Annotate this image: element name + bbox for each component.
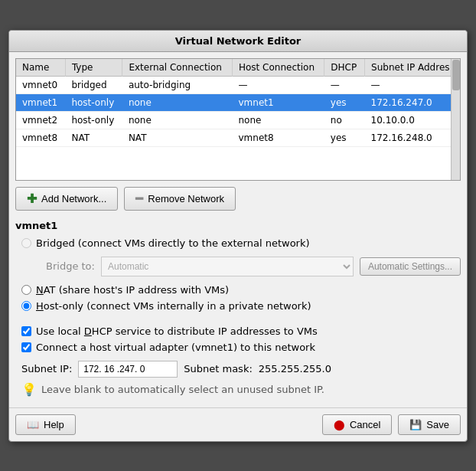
cell-dhcp: yes	[324, 93, 365, 111]
subnet-ip-input[interactable]	[78, 361, 178, 378]
selected-network-label: vmnet1	[15, 220, 461, 231]
cell-dhcp: no	[324, 111, 365, 129]
cell-subnet: 10.10.0.0	[365, 111, 460, 129]
subnet-ip-label: Subnet IP:	[21, 363, 72, 375]
col-header-dhcp: DHCP	[324, 59, 365, 77]
host-only-option[interactable]: Host-only (connect VMs internally in a p…	[21, 300, 461, 312]
col-header-type: Type	[65, 59, 122, 77]
cell-type: NAT	[65, 129, 122, 146]
hint-row: 💡 Leave blank to automatically select an…	[21, 382, 461, 397]
col-header-name: Name	[16, 59, 65, 77]
nat-label: NAT (share host's IP address with VMs)	[36, 284, 229, 296]
save-icon: 💾	[409, 419, 422, 430]
bottom-bar: 📖 Help ⬤ Cancel 💾 Save	[9, 407, 467, 441]
cell-subnet: 172.16.247.0	[365, 93, 460, 111]
cancel-icon: ⬤	[334, 419, 345, 430]
help-button[interactable]: 📖 Help	[15, 414, 76, 435]
bridge-to-select[interactable]: Automatic	[101, 257, 354, 276]
cell-subnet: —	[365, 76, 460, 93]
network-table-container: Name Type External Connection Host Conne…	[15, 58, 461, 181]
col-header-subnet: Subnet IP Addres	[365, 59, 460, 77]
dhcp-label: Use local DHCP service to distribute IP …	[36, 325, 318, 337]
add-network-label: Add Network...	[41, 193, 106, 204]
minus-icon: ━	[135, 191, 143, 206]
action-buttons: ⬤ Cancel 💾 Save	[322, 414, 461, 435]
save-button[interactable]: 💾 Save	[398, 414, 461, 435]
save-label: Save	[426, 419, 449, 430]
cell-external: none	[122, 93, 233, 111]
table-row[interactable]: vmnet8 NAT NAT vmnet8 yes 172.16.248.0	[16, 129, 460, 146]
subnet-mask-value: 255.255.255.0	[259, 363, 331, 375]
cell-host: vmnet1	[232, 93, 324, 111]
cancel-button[interactable]: ⬤ Cancel	[322, 414, 392, 435]
network-options-checkboxes: Use local DHCP service to distribute IP …	[21, 325, 461, 353]
network-type-radio-group: Bridged (connect VMs directly to the ext…	[21, 237, 461, 312]
cell-dhcp: yes	[324, 129, 365, 146]
table-row[interactable]: vmnet0 bridged auto-bridging — — —	[16, 76, 460, 93]
dhcp-checkbox[interactable]	[21, 326, 31, 336]
table-scrollbar[interactable]	[451, 59, 460, 180]
cell-host: —	[232, 76, 324, 93]
cell-name: vmnet8	[16, 129, 65, 146]
network-table: Name Type External Connection Host Conne…	[16, 59, 460, 147]
hint-text: Leave blank to automatically select an u…	[41, 384, 324, 395]
network-action-buttons: ✚ Add Network... ━ Remove Network	[15, 181, 461, 217]
cell-type: bridged	[65, 76, 122, 93]
bulb-icon: 💡	[21, 382, 37, 397]
nat-radio[interactable]	[21, 285, 31, 295]
col-header-external: External Connection	[122, 59, 233, 77]
cell-external: none	[122, 111, 233, 129]
bridged-label: Bridged (connect VMs directly to the ext…	[36, 237, 310, 249]
nat-option[interactable]: NAT (share host's IP address with VMs)	[21, 284, 461, 296]
adapter-checkbox[interactable]	[21, 342, 31, 352]
adapter-label: Connect a host virtual adapter (vmnet1) …	[36, 342, 315, 353]
help-section: 📖 Help	[15, 414, 76, 435]
bridged-option[interactable]: Bridged (connect VMs directly to the ext…	[21, 237, 461, 249]
title-bar: Virtual Network Editor	[9, 31, 467, 52]
remove-network-label: Remove Network	[148, 193, 224, 204]
subnet-row: Subnet IP: Subnet mask: 255.255.255.0	[21, 361, 461, 378]
help-icon: 📖	[27, 419, 39, 430]
host-only-label: Host-only (connect VMs internally in a p…	[36, 300, 311, 312]
cell-name: vmnet0	[16, 76, 65, 93]
scrollbar-thumb	[452, 60, 460, 90]
host-only-radio[interactable]	[21, 301, 31, 311]
adapter-checkbox-item[interactable]: Connect a host virtual adapter (vmnet1) …	[21, 342, 461, 353]
cell-dhcp: —	[324, 76, 365, 93]
add-network-button[interactable]: ✚ Add Network...	[15, 187, 118, 211]
table-row[interactable]: vmnet2 host-only none none no 10.10.0.0	[16, 111, 460, 129]
bridged-radio[interactable]	[21, 238, 31, 248]
cell-external: NAT	[122, 129, 233, 146]
cell-type: host-only	[65, 111, 122, 129]
remove-network-button[interactable]: ━ Remove Network	[124, 187, 236, 211]
cell-name: vmnet2	[16, 111, 65, 129]
table-row[interactable]: vmnet1 host-only none vmnet1 yes 172.16.…	[16, 93, 460, 111]
subnet-mask-label: Subnet mask:	[184, 363, 253, 375]
automatic-settings-button[interactable]: Automatic Settings...	[360, 257, 461, 276]
col-header-host: Host Connection	[232, 59, 324, 77]
cell-type: host-only	[65, 93, 122, 111]
virtual-network-editor-dialog: Virtual Network Editor Name Type Externa…	[8, 30, 468, 442]
cell-external: auto-bridging	[122, 76, 233, 93]
dhcp-checkbox-item[interactable]: Use local DHCP service to distribute IP …	[21, 325, 461, 337]
bridge-to-row: Bridge to: Automatic Automatic Settings.…	[46, 257, 461, 276]
bridge-to-label: Bridge to:	[46, 260, 95, 272]
cancel-label: Cancel	[350, 419, 380, 430]
cell-host: none	[232, 111, 324, 129]
cell-host: vmnet8	[232, 129, 324, 146]
cell-name: vmnet1	[16, 93, 65, 111]
dialog-title: Virtual Network Editor	[175, 35, 302, 47]
cell-subnet: 172.16.248.0	[365, 129, 460, 146]
plus-icon: ✚	[27, 191, 37, 206]
help-label: Help	[44, 419, 64, 430]
